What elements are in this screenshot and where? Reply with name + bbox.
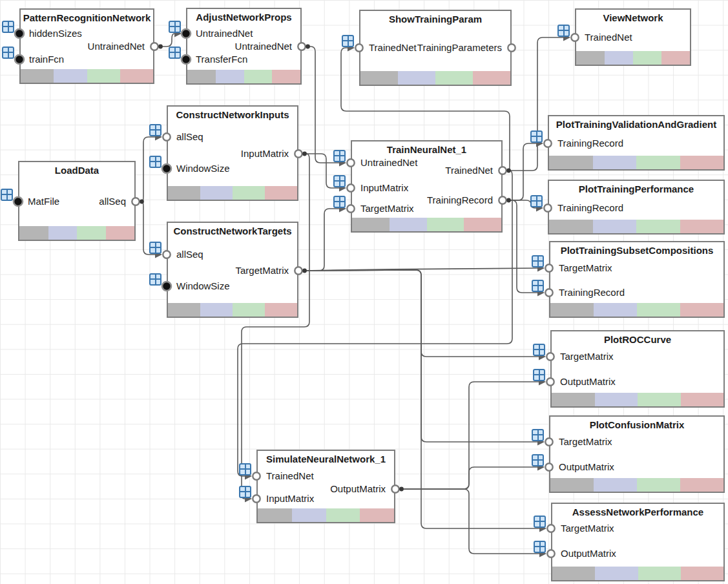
- port-parameter-grid-icon[interactable]: [239, 486, 251, 498]
- wire-junction-dot: [302, 269, 307, 273]
- output-port[interactable]: [499, 167, 506, 174]
- input-port[interactable]: [545, 463, 552, 470]
- wire[interactable]: [341, 48, 510, 171]
- port-parameter-grid-icon[interactable]: [333, 150, 346, 162]
- input-port[interactable]: [347, 159, 354, 166]
- output-port[interactable]: [151, 43, 158, 50]
- wire-junction-dot: [506, 198, 511, 203]
- input-port[interactable]: [547, 525, 554, 532]
- port-parameter-grid-icon[interactable]: [342, 35, 354, 47]
- wire[interactable]: [159, 34, 177, 47]
- input-port[interactable]: [546, 353, 554, 360]
- wire-junction-dot: [306, 45, 310, 49]
- output-port[interactable]: [295, 267, 302, 274]
- port-parameter-grid-icon[interactable]: [149, 124, 161, 136]
- port-parameter-grid-icon[interactable]: [557, 25, 570, 37]
- input-port[interactable]: [546, 378, 554, 385]
- wire[interactable]: [306, 47, 342, 163]
- input-port[interactable]: [545, 438, 552, 445]
- port-parameter-grid-icon[interactable]: [2, 21, 14, 33]
- input-port[interactable]: [253, 495, 260, 502]
- input-port[interactable]: [163, 133, 170, 140]
- wires-layer: [0, 0, 728, 584]
- input-port[interactable]: [163, 251, 170, 258]
- input-port[interactable]: [547, 550, 554, 557]
- wire-junction-dot: [302, 152, 307, 156]
- wire-junction-dot: [158, 45, 163, 49]
- port-parameter-grid-icon[interactable]: [169, 47, 181, 59]
- port-parameter-grid-icon[interactable]: [532, 255, 544, 267]
- port-parameter-grid-icon[interactable]: [530, 195, 543, 207]
- input-port[interactable]: [571, 34, 578, 41]
- input-port[interactable]: [14, 197, 23, 206]
- wire[interactable]: [238, 171, 512, 476]
- port-parameter-grid-icon[interactable]: [333, 196, 346, 208]
- port-parameter-grid-icon[interactable]: [149, 242, 161, 254]
- output-port[interactable]: [298, 43, 305, 50]
- output-port[interactable]: [132, 198, 139, 205]
- port-parameter-grid-icon[interactable]: [333, 175, 346, 187]
- port-parameter-grid-icon[interactable]: [530, 130, 543, 143]
- input-port[interactable]: [182, 29, 191, 38]
- input-port[interactable]: [182, 55, 191, 64]
- wire-junction-dot: [140, 200, 144, 204]
- input-port[interactable]: [347, 205, 354, 212]
- port-parameter-grid-icon[interactable]: [149, 273, 161, 286]
- input-port[interactable]: [545, 289, 552, 296]
- port-parameter-grid-icon[interactable]: [533, 344, 545, 356]
- output-port[interactable]: [499, 196, 506, 203]
- input-port[interactable]: [347, 184, 354, 191]
- port-parameter-grid-icon[interactable]: [2, 47, 14, 59]
- input-port[interactable]: [355, 44, 362, 51]
- wire[interactable]: [242, 154, 309, 499]
- port-parameter-grid-icon[interactable]: [532, 429, 544, 441]
- wire[interactable]: [140, 137, 158, 202]
- port-parameter-grid-icon[interactable]: [1, 189, 13, 201]
- input-port[interactable]: [545, 264, 552, 271]
- output-port[interactable]: [391, 485, 399, 492]
- input-port[interactable]: [162, 282, 171, 291]
- input-port[interactable]: [253, 472, 260, 479]
- input-port[interactable]: [15, 29, 24, 38]
- port-parameter-grid-icon[interactable]: [532, 280, 544, 292]
- output-port[interactable]: [295, 150, 302, 157]
- wire-junction-dot: [506, 169, 511, 173]
- wire[interactable]: [303, 209, 342, 271]
- port-parameter-grid-icon[interactable]: [239, 463, 251, 475]
- port-parameter-grid-icon[interactable]: [532, 454, 544, 466]
- output-port[interactable]: [508, 44, 515, 51]
- wire[interactable]: [507, 37, 566, 171]
- input-port[interactable]: [544, 140, 551, 147]
- input-port[interactable]: [162, 164, 171, 173]
- wire-junction-dot: [399, 487, 404, 492]
- wire[interactable]: [303, 270, 542, 528]
- port-parameter-grid-icon[interactable]: [534, 516, 546, 528]
- port-parameter-grid-icon[interactable]: [169, 21, 181, 33]
- diagram-canvas[interactable]: PatternRecognitionNetworkhiddenSizestrai…: [0, 0, 728, 584]
- port-parameter-grid-icon[interactable]: [534, 541, 546, 553]
- input-port[interactable]: [544, 204, 551, 211]
- port-parameter-grid-icon[interactable]: [533, 369, 545, 381]
- port-parameter-grid-icon[interactable]: [149, 156, 161, 168]
- input-port[interactable]: [15, 55, 24, 64]
